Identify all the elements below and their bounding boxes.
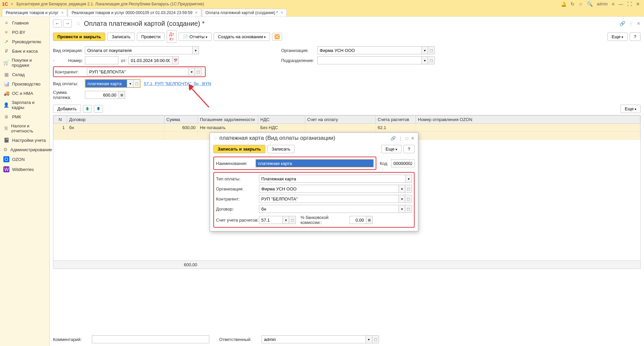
- sidebar-item-main[interactable]: ≡Главное: [0, 18, 49, 27]
- sidebar-item-production[interactable]: 📊Производство: [0, 79, 49, 89]
- bell-icon[interactable]: 🔔: [561, 1, 567, 7]
- dropdown-icon[interactable]: ▾: [421, 46, 428, 54]
- forward-button[interactable]: →: [63, 19, 72, 27]
- org-field[interactable]: [317, 46, 421, 54]
- move-down-button[interactable]: 🡇: [94, 105, 103, 113]
- open-icon[interactable]: ⬚: [405, 185, 412, 193]
- open-icon[interactable]: ⬚: [289, 216, 296, 224]
- dropdown-icon[interactable]: ▾: [192, 46, 199, 54]
- comment-field[interactable]: [92, 335, 209, 343]
- link-icon[interactable]: 🔗: [620, 21, 625, 26]
- dlg-type-field[interactable]: [259, 175, 405, 183]
- dlg-help-button[interactable]: ?: [404, 145, 415, 153]
- responsible-field[interactable]: [262, 335, 366, 343]
- sidebar-item-assets[interactable]: 🚚ОС и НМА: [0, 89, 49, 98]
- table-more-button[interactable]: Еще: [621, 105, 641, 113]
- dlg-contract-field[interactable]: [259, 205, 398, 213]
- dtkt-button[interactable]: ДтКт: [167, 30, 176, 43]
- tab-0[interactable]: Реализация товаров и услуг×: [2, 9, 67, 16]
- post-close-button[interactable]: Провести и закрыть: [53, 33, 105, 41]
- reports-button[interactable]: 📄 Отчеты: [178, 33, 211, 41]
- tab-2[interactable]: Оплата платежной картой (создание) *×: [202, 9, 287, 16]
- dept-field[interactable]: [317, 56, 421, 64]
- tab-1[interactable]: Реализация товаров и услуг 0000-000105 о…: [68, 9, 201, 16]
- sidebar-item-hr[interactable]: 👤Зарплата и кадры: [0, 98, 49, 112]
- tab-close-icon[interactable]: ×: [281, 10, 283, 15]
- open-icon[interactable]: ⬚: [428, 56, 435, 64]
- table-row[interactable]: 1 бн 600,00 Не погашать Без НДС 62.1: [54, 124, 640, 132]
- dropdown-icon[interactable]: ▾: [188, 68, 195, 76]
- dropdown-icon[interactable]: ▾: [398, 205, 405, 213]
- more-icon[interactable]: ⋮: [629, 21, 633, 26]
- col-n[interactable]: N: [54, 116, 67, 124]
- sum-field[interactable]: [85, 91, 118, 99]
- dropdown-icon[interactable]: ▾: [366, 335, 372, 343]
- dlg-commission-field[interactable]: [349, 216, 366, 224]
- close-icon[interactable]: ✕: [411, 136, 415, 141]
- sidebar-item-ozon[interactable]: OOZON: [0, 154, 49, 164]
- dlg-write-button[interactable]: Записать: [267, 145, 295, 153]
- close-icon[interactable]: ✕: [637, 21, 641, 26]
- tab-close-icon[interactable]: ×: [195, 10, 198, 15]
- sidebar-item-bank[interactable]: ₽Банк и касса: [0, 46, 49, 56]
- sidebar-item-manager[interactable]: ↗Руководителю: [0, 37, 49, 46]
- close-icon[interactable]: ✕: [636, 1, 640, 7]
- link-icon[interactable]: 🔗: [390, 136, 396, 141]
- num-field[interactable]: [85, 56, 118, 64]
- contragent-field[interactable]: [87, 68, 188, 76]
- dropdown-icon[interactable]: ▾: [405, 175, 412, 183]
- more-button[interactable]: Еще: [607, 33, 628, 41]
- sidebar-item-wb[interactable]: WWildberries: [0, 164, 49, 174]
- calc-icon[interactable]: ⊞: [118, 91, 125, 99]
- calc-icon[interactable]: ⊞: [366, 216, 373, 224]
- col-invoice[interactable]: Счет на оплату: [305, 116, 376, 124]
- dlg-account-field[interactable]: [259, 216, 282, 224]
- paytype-field[interactable]: [85, 79, 127, 88]
- dropdown-icon[interactable]: ▾: [398, 185, 405, 193]
- settings-icon[interactable]: ≡: [612, 1, 614, 7]
- maximize-icon[interactable]: □: [406, 136, 408, 141]
- sidebar-item-rmk[interactable]: 🖥РМК: [0, 112, 49, 121]
- sidebar-item-stock[interactable]: ▦Склад: [0, 70, 49, 79]
- col-vat[interactable]: НДС: [258, 116, 305, 124]
- dropdown-icon[interactable]: ▾: [127, 79, 133, 88]
- open-icon[interactable]: ⬚: [428, 46, 435, 54]
- col-sum[interactable]: Сумма: [164, 116, 198, 124]
- help-button[interactable]: ?: [630, 33, 641, 41]
- favorite-icon[interactable]: ☆: [76, 20, 81, 27]
- calendar-icon[interactable]: 📅: [172, 56, 179, 64]
- dlg-code-field[interactable]: [391, 159, 415, 167]
- user-label[interactable]: admin: [597, 2, 608, 6]
- date-field[interactable]: [128, 56, 172, 64]
- star-icon[interactable]: ☆: [579, 1, 583, 7]
- dlg-name-field[interactable]: [256, 159, 374, 167]
- maximize-icon[interactable]: ⛶: [627, 1, 632, 7]
- create-based-button[interactable]: Создать на основании: [214, 33, 270, 41]
- dlg-contragent-field[interactable]: [259, 195, 398, 203]
- op-field[interactable]: [85, 46, 192, 54]
- more-icon[interactable]: ⋮: [398, 136, 403, 141]
- tab-close-icon[interactable]: ×: [61, 10, 63, 15]
- dropdown-icon[interactable]: ▾: [398, 195, 405, 203]
- add-row-button[interactable]: Добавить: [53, 105, 81, 113]
- open-icon[interactable]: ⬚: [195, 68, 202, 76]
- open-icon[interactable]: ⬚: [372, 335, 379, 343]
- dlg-org-field[interactable]: [259, 185, 398, 193]
- history-icon[interactable]: ↻: [571, 1, 575, 7]
- move-up-button[interactable]: 🡅: [83, 105, 92, 113]
- paytype-link[interactable]: 57.1, РУП "БЕЛПОЧТА", бн , BYN: [144, 81, 211, 86]
- dropdown-icon[interactable]: ▾: [282, 216, 289, 224]
- write-button[interactable]: Записать: [107, 33, 135, 41]
- structure-button[interactable]: 🔀: [272, 33, 282, 41]
- minimize-icon[interactable]: —: [619, 1, 623, 7]
- back-button[interactable]: ←: [53, 19, 62, 27]
- col-ozon[interactable]: Номер отправления OZON: [416, 116, 640, 124]
- col-acct[interactable]: Счета расчетов: [376, 116, 416, 124]
- col-repay[interactable]: Погашение задолженности: [198, 116, 258, 124]
- dropdown-icon[interactable]: ▾: [421, 56, 428, 64]
- sidebar-item-poby[interactable]: ✳PO.BY: [0, 27, 49, 37]
- favorite-icon[interactable]: ☆: [213, 136, 217, 141]
- col-contract[interactable]: Договор: [67, 116, 164, 124]
- dlg-more-button[interactable]: Еще: [381, 145, 401, 153]
- sidebar-item-admin[interactable]: ⚙Администрирование: [0, 145, 49, 154]
